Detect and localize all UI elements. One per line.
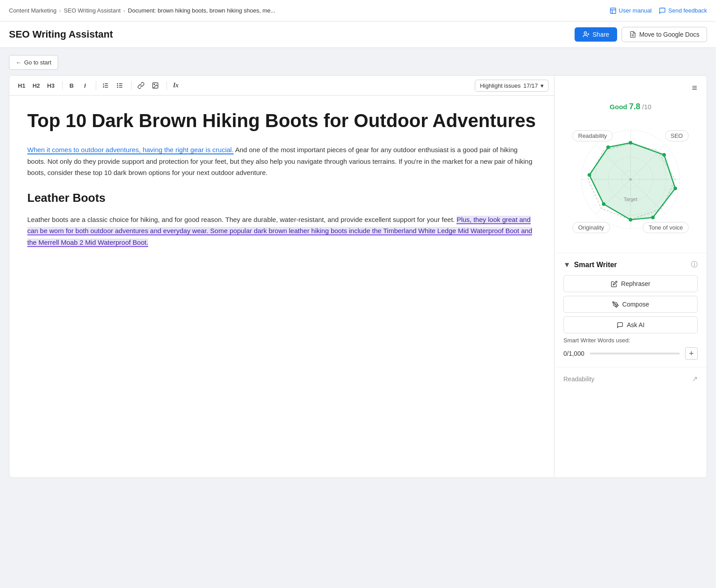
section-heading-leather: Leather Boots: [27, 191, 536, 205]
smart-writer-section: ▼ Smart Writer ⓘ Rephraser Compose Ask A…: [554, 253, 707, 367]
svg-point-30: [651, 216, 655, 219]
score-value: 7.8: [629, 102, 640, 111]
compose-label: Compose: [622, 301, 649, 308]
send-feedback-link[interactable]: Send feedback: [659, 7, 707, 14]
svg-point-32: [602, 202, 605, 206]
svg-point-31: [629, 218, 632, 222]
svg-point-36: [614, 303, 616, 305]
rephraser-button[interactable]: Rephraser: [563, 275, 698, 292]
top-nav: Content Marketing › SEO Writing Assistan…: [0, 0, 716, 21]
score-label: Good 7.8 /10: [563, 102, 698, 111]
content-area: ← Go to start H1 H2 H3 B I: [0, 48, 716, 588]
ordered-list-icon: [102, 82, 109, 89]
plus-button[interactable]: +: [685, 347, 698, 360]
move-docs-label: Move to Google Docs: [639, 31, 699, 38]
readability-expand-icon[interactable]: ↗: [692, 375, 698, 383]
right-panel: ≡ Good 7.8 /10 Readability SEO Originali…: [554, 76, 707, 477]
toolbar-divider-4: [166, 81, 167, 90]
image-icon: [152, 82, 159, 89]
collapse-icon[interactable]: ▼: [563, 261, 571, 269]
highlighted-intro-text: When it comes to outdoor adventures, hav…: [27, 146, 234, 154]
ask-ai-icon: [617, 322, 623, 328]
breadcrumb-seo-writing[interactable]: SEO Writing Assistant: [64, 7, 121, 14]
highlight-label: Highlight issues: [480, 82, 520, 89]
smart-writer-title-label: Smart Writer: [574, 261, 617, 269]
compose-button[interactable]: Compose: [563, 296, 698, 313]
words-used-value: 0: [563, 350, 567, 357]
ask-ai-label: Ask AI: [627, 321, 645, 328]
italic-button[interactable]: I: [79, 79, 91, 92]
toolbar-divider-2: [96, 81, 96, 90]
h3-button[interactable]: H3: [44, 79, 58, 92]
compose-icon: [612, 301, 619, 308]
radar-chart-container: Readability SEO Originality Tone of voic…: [568, 117, 693, 242]
smart-writer-title: ▼ Smart Writer: [563, 261, 617, 269]
svg-point-27: [629, 141, 632, 145]
breadcrumb-document: Document: brown hiking boots, brown hiki…: [128, 7, 276, 14]
words-progress-bar: [590, 353, 680, 354]
user-manual-label: User manual: [619, 7, 652, 14]
rephraser-icon: [611, 281, 618, 287]
smart-writer-header: ▼ Smart Writer ⓘ: [563, 260, 698, 269]
editor-content[interactable]: Top 10 Dark Brown Hiking Boots for Outdo…: [9, 96, 554, 477]
heading-group: H1 H2 H3: [15, 79, 58, 92]
go-to-start-button[interactable]: ← Go to start: [9, 55, 58, 70]
breadcrumb-sep-1: ›: [59, 7, 61, 14]
format-group: B I: [65, 79, 91, 92]
info-icon[interactable]: ⓘ: [691, 260, 698, 269]
panel-menu: ≡: [554, 76, 707, 93]
score-good-text: Good: [609, 103, 627, 111]
svg-rect-0: [610, 8, 616, 13]
nav-actions: User manual Send feedback: [609, 7, 707, 14]
radar-label-tone-of-voice[interactable]: Tone of voice: [643, 222, 689, 233]
share-label: Share: [592, 31, 609, 38]
unordered-list-button[interactable]: [113, 79, 127, 92]
panel-menu-icon[interactable]: ≡: [692, 83, 698, 93]
readability-bottom-section: Readability ↗: [554, 367, 707, 390]
h2-button[interactable]: H2: [30, 79, 43, 92]
breadcrumb-content-marketing[interactable]: Content Marketing: [9, 7, 56, 14]
svg-point-16: [154, 84, 155, 85]
editor-panel: H1 H2 H3 B I: [9, 76, 554, 477]
breadcrumb-sep-2: ›: [124, 7, 125, 14]
words-bar-row: 0/1,000 +: [563, 347, 698, 360]
share-button[interactable]: Share: [575, 27, 617, 42]
radar-label-readability[interactable]: Readability: [572, 130, 613, 141]
svg-point-13: [117, 85, 118, 85]
chevron-down-icon: ▾: [541, 82, 544, 89]
header-row: SEO Writing Assistant Share Move to Goog…: [0, 21, 716, 48]
svg-point-29: [673, 187, 677, 190]
score-max: /10: [642, 103, 652, 111]
back-arrow-icon: ←: [16, 59, 21, 66]
radar-label-seo[interactable]: SEO: [665, 130, 689, 141]
share-icon: [583, 31, 590, 38]
unordered-list-icon: [116, 82, 124, 89]
editor-toolbar: H1 H2 H3 B I: [9, 76, 554, 96]
header-buttons: Share Move to Google Docs: [575, 27, 707, 42]
link-button[interactable]: [134, 79, 148, 92]
ordered-list-button[interactable]: [99, 79, 112, 92]
move-to-google-docs-button[interactable]: Move to Google Docs: [622, 27, 707, 42]
move-docs-icon: [629, 31, 636, 38]
highlight-issues-dropdown[interactable]: Highlight issues 17/17 ▾: [475, 80, 549, 92]
svg-point-1: [584, 32, 586, 34]
rephraser-label: Rephraser: [621, 280, 650, 287]
main-panels: H1 H2 H3 B I: [9, 75, 707, 478]
words-used-label: Smart Writer Words used:: [563, 337, 698, 344]
highlight-count: 17/17: [523, 82, 538, 89]
image-button[interactable]: [149, 79, 162, 92]
bold-button[interactable]: B: [65, 79, 78, 92]
user-manual-link[interactable]: User manual: [609, 7, 652, 14]
svg-point-28: [662, 153, 666, 157]
clear-format-button[interactable]: Ix: [170, 79, 182, 92]
svg-point-14: [117, 87, 118, 87]
svg-point-35: [629, 178, 632, 181]
h1-button[interactable]: H1: [15, 79, 29, 92]
radar-label-originality[interactable]: Originality: [572, 222, 610, 233]
words-max: /1,000: [567, 350, 584, 357]
send-feedback-label: Send feedback: [668, 7, 707, 14]
ask-ai-button[interactable]: Ask AI: [563, 316, 698, 333]
go-to-start-label: Go to start: [24, 59, 51, 66]
toolbar-divider-1: [62, 81, 63, 90]
body-paragraph: Leather boots are a classic choice for h…: [27, 214, 536, 248]
